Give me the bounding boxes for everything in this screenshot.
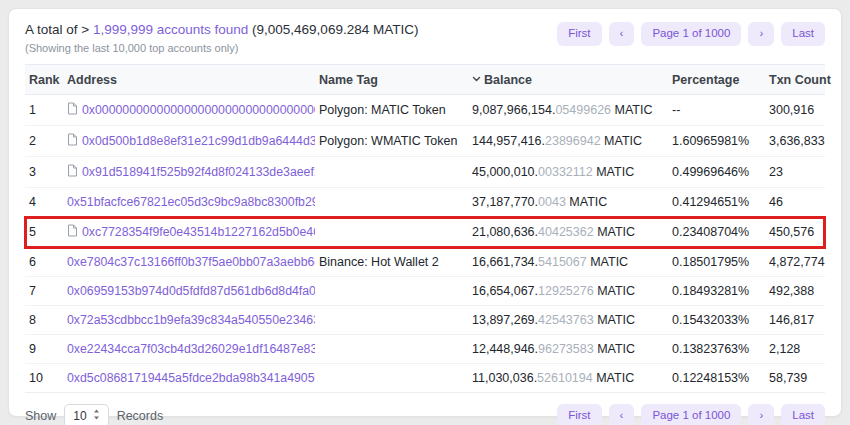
account-row: 3 0x91d518941f525b92f4d8f024133de3aeef15…: [25, 157, 825, 188]
col-header-rank: Rank: [25, 65, 63, 95]
address-link[interactable]: 0xc7728354f9fe0e43514b1227162d5b0e40fad4…: [82, 225, 315, 239]
address-link[interactable]: 0xe7804c37c13166ff0b37f5ae0bb07a3aebb6e2…: [67, 255, 315, 269]
balance-dec: 12925276: [538, 284, 594, 298]
balance-dec: 96273583: [538, 342, 594, 356]
col-header-address: Address: [63, 65, 315, 95]
contract-icon: [67, 102, 78, 118]
records-per-page-select[interactable]: 10: [64, 404, 108, 425]
balance-unit: MATIC: [594, 284, 635, 298]
account-row: 4 0x51bfacfce67821ec05d3c9bc9a8bc8300fb2…: [25, 188, 825, 217]
percentage-cell: 0.15432033%: [668, 306, 765, 335]
rank-cell: 5: [25, 217, 63, 248]
percentage-cell: 0.18493281%: [668, 277, 765, 306]
txn-count-cell: 4,872,774: [765, 248, 825, 277]
balance-int: 13,897,269.: [472, 313, 538, 327]
total-prefix: A total of >: [25, 22, 93, 37]
name-tag-cell: Polygon: WMATIC Token: [315, 126, 468, 157]
balance-unit: MATIC: [593, 165, 634, 179]
col-header-name-tag: Name Tag: [315, 65, 468, 95]
balance-unit: MATIC: [593, 371, 634, 385]
balance-cell: 13,897,269.42543763 MATIC: [468, 306, 668, 335]
balance-cell: 37,187,770.0043 MATIC: [468, 188, 668, 217]
account-row: 7 0x06959153b974d0d5fdfd87d561db6d8d4fa0…: [25, 277, 825, 306]
balance-cell: 16,654,067.12925276 MATIC: [468, 277, 668, 306]
percentage-cell: 0.12248153%: [668, 364, 765, 393]
balance-cell: 45,000,010.00332112 MATIC: [468, 157, 668, 188]
balance-dec: 42543763: [538, 313, 594, 327]
balance-int: 21,080,636.: [472, 225, 538, 239]
address-link[interactable]: 0x91d518941f525b92f4d8f024133de3aeef15a4…: [82, 165, 315, 179]
col-header-percentage: Percentage: [668, 65, 765, 95]
col-header-txn-count: Txn Count: [765, 65, 825, 95]
prev-page-button[interactable]: ‹: [609, 404, 635, 425]
next-page-button[interactable]: ›: [748, 22, 774, 46]
pagination-top: First ‹ Page 1 of 1000 › Last: [557, 22, 825, 46]
name-tag-cell: [315, 364, 468, 393]
prev-page-button[interactable]: ‹: [609, 22, 635, 46]
txn-count-cell: 3,636,833: [765, 126, 825, 157]
account-row: 5 0xc7728354f9fe0e43514b1227162d5b0e40fa…: [25, 217, 825, 248]
balance-int: 11,030,036.: [472, 371, 537, 385]
contract-icon: [67, 164, 78, 180]
top-accounts-table: Rank Address Name Tag Balance Percentage…: [25, 64, 825, 393]
records-per-page-control: Show 10 Records: [25, 404, 163, 425]
txn-count-cell: 146,817: [765, 306, 825, 335]
rank-cell: 2: [25, 126, 63, 157]
contract-icon: [67, 224, 78, 240]
first-page-button[interactable]: First: [557, 22, 601, 46]
percentage-cell: --: [668, 95, 765, 126]
txn-count-cell: 23: [765, 157, 825, 188]
col-header-balance[interactable]: Balance: [468, 65, 668, 95]
balance-int: 144,957,416.: [472, 134, 545, 148]
balance-dec: 0043: [538, 195, 566, 209]
address-link[interactable]: 0x72a53cdbbcc1b9efa39c834a540550e23463aa…: [67, 313, 315, 327]
rank-cell: 8: [25, 306, 63, 335]
name-tag-cell: [315, 306, 468, 335]
txn-count-cell: 450,576: [765, 217, 825, 248]
name-tag-cell: [315, 277, 468, 306]
percentage-cell: 0.41294651%: [668, 188, 765, 217]
address-link[interactable]: 0x51bfacfce67821ec05d3c9bc9a8bc8300fb295…: [67, 195, 315, 209]
rank-cell: 1: [25, 95, 63, 126]
balance-dec: 00332112: [538, 165, 593, 179]
rank-cell: 3: [25, 157, 63, 188]
txn-count-cell: 46: [765, 188, 825, 217]
page-indicator: Page 1 of 1000: [641, 22, 741, 46]
name-tag-cell: [315, 188, 468, 217]
account-row: 6 0xe7804c37c13166ff0b37f5ae0bb07a3aebb6…: [25, 248, 825, 277]
balance-cell: 16,661,734.5415067 MATIC: [468, 248, 668, 277]
balance-dec: 23896942: [545, 134, 601, 148]
account-row: 9 0xe22434cca7f03cb4d3d26029e1df16487e83…: [25, 335, 825, 364]
balance-dec: 5415067: [538, 255, 587, 269]
last-page-button[interactable]: Last: [781, 22, 825, 46]
showing-note: (Showing the last 10,000 top accounts on…: [25, 42, 418, 54]
balance-cell: 144,957,416.23896942 MATIC: [468, 126, 668, 157]
account-row: 2 0x0d500b1d8e8ef31e21c99d1db9a6444d3adf…: [25, 126, 825, 157]
balance-int: 12,448,946.: [472, 342, 538, 356]
address-link[interactable]: 0x0d500b1d8e8ef31e21c99d1db9a6444d3adf12…: [82, 134, 315, 148]
balance-unit: MATIC: [587, 255, 628, 269]
first-page-button[interactable]: First: [557, 404, 601, 425]
name-tag-cell: [315, 217, 468, 248]
last-page-button[interactable]: Last: [781, 404, 825, 425]
account-row: 1 0x000000000000000000000000000000000000…: [25, 95, 825, 126]
records-per-page-value: 10: [73, 409, 86, 423]
balance-dec: 40425362: [538, 225, 594, 239]
name-tag-cell: Binance: Hot Wallet 2: [315, 248, 468, 277]
percentage-cell: 0.18501795%: [668, 248, 765, 277]
top-accounts-card: A total of > 1,999,999 accounts found (9…: [8, 8, 842, 417]
page-indicator: Page 1 of 1000: [641, 404, 741, 425]
balance-cell: 9,087,966,154.05499626 MATIC: [468, 95, 668, 126]
name-tag-cell: [315, 157, 468, 188]
address-link[interactable]: 0xe22434cca7f03cb4d3d26029e1df16487e83fc…: [67, 342, 315, 356]
header-bar: A total of > 1,999,999 accounts found (9…: [25, 22, 825, 54]
rank-cell: 7: [25, 277, 63, 306]
sort-descending-icon: [472, 72, 481, 86]
address-link[interactable]: 0x06959153b974d0d5fdfd87d561db6d8d4fa0bb…: [67, 284, 315, 298]
balance-unit: MATIC: [566, 195, 607, 209]
percentage-cell: 1.60965981%: [668, 126, 765, 157]
address-link[interactable]: 0x00000000000000000000000000000000000010…: [82, 103, 315, 117]
balance-unit: MATIC: [594, 313, 635, 327]
next-page-button[interactable]: ›: [748, 404, 774, 425]
address-link[interactable]: 0xd5c08681719445a5fdce2bda98b341a49050d8…: [67, 371, 315, 385]
